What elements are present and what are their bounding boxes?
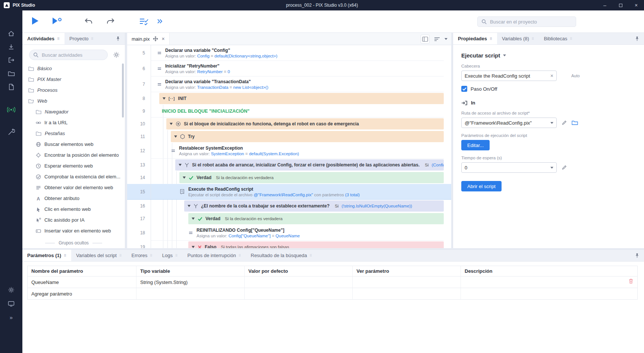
settings-gear-icon[interactable] xyxy=(6,285,16,295)
checkbox-checked-icon[interactable] xyxy=(461,86,467,92)
tree-folder-navegador[interactable]: Navegador xyxy=(22,106,125,117)
workflow-row-assign-retrynumber[interactable]: 6 Inicializar "RetryNumber" Asigna un va… xyxy=(127,61,451,76)
if-block-header[interactable]: Si el robot acaba de arrancar, inicializ… xyxy=(175,159,444,171)
workflow-canvas[interactable]: 5 Declarar una variable "Config" Asigna … xyxy=(127,45,451,248)
true-branch-header[interactable]: Verdad Si la declaración es verdadera xyxy=(179,172,444,183)
pin-icon[interactable] xyxy=(635,253,640,258)
param-default-cell[interactable] xyxy=(245,277,353,288)
param-name-cell[interactable]: QueueName xyxy=(28,277,136,288)
tab-bibliotecas[interactable]: Bibliotecas⠿ xyxy=(539,33,577,44)
maximize-button[interactable] xyxy=(613,0,628,10)
drag-handle[interactable]: ⠿ xyxy=(91,37,94,41)
activity-ir-a-la-url[interactable]: Ir a la URL xyxy=(22,117,125,128)
if-block-header[interactable]: ¿El nombre de la cola a trabajar se esta… xyxy=(184,200,444,212)
close-button[interactable]: × xyxy=(628,0,644,10)
tab-resultado-busqueda[interactable]: Resultado de la búsqueda⠿ xyxy=(246,250,317,261)
workflow-row-if-queuename[interactable]: 16 ¿El nombre de la cola a trabajar se e… xyxy=(127,200,451,212)
download-icon[interactable] xyxy=(6,41,16,52)
monitor-icon[interactable] xyxy=(6,299,16,309)
tools-icon[interactable] xyxy=(6,127,16,137)
activity-clic-elemento[interactable]: Clic en elemento web xyxy=(22,204,125,215)
drag-handle[interactable]: ⠿ xyxy=(310,254,312,257)
collapse-icon[interactable] xyxy=(192,218,195,220)
clear-icon[interactable]: × xyxy=(548,73,553,79)
collapse-icon[interactable] xyxy=(188,205,191,207)
edit-pencil-icon[interactable] xyxy=(562,165,567,170)
file-icon[interactable] xyxy=(6,82,16,92)
param-view-cell[interactable] xyxy=(353,277,461,288)
tab-parametros[interactable]: Parámetros (1)⠿ xyxy=(22,250,71,261)
browse-folder-icon[interactable] xyxy=(572,120,578,125)
tab-proyecto[interactable]: Proyecto⠿ xyxy=(65,33,98,44)
tab-variables[interactable]: Variables (8)⠿ xyxy=(497,33,539,44)
activity-buscar-elementos-web[interactable]: Buscar elementos web xyxy=(22,139,125,150)
home-icon[interactable] xyxy=(6,28,16,39)
layout-view-icon[interactable] xyxy=(421,35,430,44)
drag-handle[interactable]: ⠿ xyxy=(119,254,122,257)
undo-icon[interactable] xyxy=(84,18,93,25)
drag-handle[interactable]: ⠿ xyxy=(175,254,178,257)
drag-handle[interactable]: ⠿ xyxy=(57,37,60,41)
tree-folder-pestanas[interactable]: Pestañas xyxy=(22,128,125,139)
chevron-down-icon[interactable] xyxy=(550,167,553,169)
chevron-down-icon[interactable] xyxy=(550,122,553,124)
condition-expression-link[interactable]: (Config is null) xyxy=(431,163,444,167)
collapse-icon[interactable] xyxy=(183,176,186,179)
redo-icon[interactable] xyxy=(106,18,115,25)
export-icon[interactable] xyxy=(6,55,16,65)
activity-comprobar-existencia[interactable]: Comprobar la existencia del elem... xyxy=(22,171,125,182)
collapse-icon[interactable] xyxy=(192,246,195,248)
tab-variables-script[interactable]: Variables del script⠿ xyxy=(71,250,126,261)
sort-lines-icon[interactable] xyxy=(434,37,440,41)
tree-folder-web[interactable]: Web xyxy=(22,96,125,106)
workflow-row-execute-readconfig[interactable]: 15 Execute the ReadConfig script Ejecuta… xyxy=(127,184,451,200)
hidden-groups[interactable]: Grupos ocultos xyxy=(22,240,125,246)
drag-handle[interactable]: ⠿ xyxy=(532,37,534,41)
false-branch-header[interactable]: Falso Si todas las afirmaciones son fals… xyxy=(188,241,444,248)
tree-folder-pix-master[interactable]: PIX Master xyxy=(22,74,125,85)
collapse-icon[interactable] xyxy=(174,135,177,138)
activities-search-input[interactable] xyxy=(42,52,104,58)
activity-esperar-elemento[interactable]: Esperar elemento web xyxy=(22,160,125,171)
cabecera-input[interactable] xyxy=(465,73,548,79)
table-row-queuename[interactable]: QueueName String (System.String) xyxy=(28,277,637,288)
tab-drag-icon[interactable] xyxy=(153,36,158,41)
paso-on-off-checkbox-row[interactable]: Paso On/Off xyxy=(461,86,644,92)
tiempo-input[interactable] xyxy=(465,165,550,171)
delete-row-trash-icon[interactable] xyxy=(628,278,634,284)
workflow-row-assign-transactiondata[interactable]: 7 Declarar una variable "TransactionData… xyxy=(127,76,451,92)
tab-errores[interactable]: Errores⠿ xyxy=(127,250,157,261)
true-branch-header[interactable]: Verdad Si la declaración es verdadera xyxy=(188,213,444,224)
abrir-script-button[interactable]: Abrir el script xyxy=(461,181,502,191)
activity-clic-ia[interactable]: Clic asistido por IA xyxy=(22,215,125,225)
ruta-input[interactable] xyxy=(465,120,550,126)
drag-handle[interactable]: ⠿ xyxy=(570,37,572,41)
editar-button[interactable]: Editar... xyxy=(461,140,490,150)
workflow-row-false-branch[interactable]: 19 Falso Si todas las afirmaciones son f… xyxy=(127,241,451,248)
more-tools-icon[interactable] xyxy=(157,18,163,24)
expand-rail-icon[interactable]: » xyxy=(6,312,16,322)
condition-expression-link[interactable]: (!string.IsNullOrEmpty(QueueName)) xyxy=(342,204,412,208)
checklist-icon[interactable] xyxy=(139,18,149,26)
minimize-button[interactable]: – xyxy=(597,0,613,10)
try-block-header[interactable]: Try xyxy=(171,131,444,142)
tab-actividades[interactable]: Actividades⠿ xyxy=(22,33,65,44)
workflow-row-true-branch[interactable]: 14 Verdad Si la declaración es verdadera xyxy=(127,171,451,184)
drag-handle[interactable]: ⠿ xyxy=(150,254,153,257)
add-parameter-cell[interactable]: Agregar parámetro xyxy=(28,288,136,299)
tree-folder-procesos[interactable]: Procesos xyxy=(22,85,125,96)
tab-puntos-interrupcion[interactable]: Puntos de interrupción⠿ xyxy=(183,250,246,261)
open-folder-icon[interactable] xyxy=(6,68,16,79)
workflow-row-block-try[interactable]: 11 Try xyxy=(127,130,451,143)
broadcast-icon[interactable] xyxy=(6,104,16,115)
activity-encontrar-posicion[interactable]: Encontrar la posición del elemento xyxy=(22,150,125,160)
tab-propiedades[interactable]: Propiedades⠿ xyxy=(453,33,497,44)
run-button[interactable] xyxy=(31,16,40,26)
tab-logs[interactable]: Logs⠿ xyxy=(157,250,183,261)
chevron-down-icon[interactable] xyxy=(444,38,447,40)
collapse-icon[interactable] xyxy=(179,164,182,166)
param-desc-cell[interactable] xyxy=(461,277,637,288)
workflow-row-assign-systemexception[interactable]: 12 Restablecer SystemException Asigna un… xyxy=(127,143,451,159)
activity-insertar-valor[interactable]: Insertar valor en elemento web xyxy=(22,225,125,236)
project-search-input[interactable] xyxy=(490,19,572,25)
